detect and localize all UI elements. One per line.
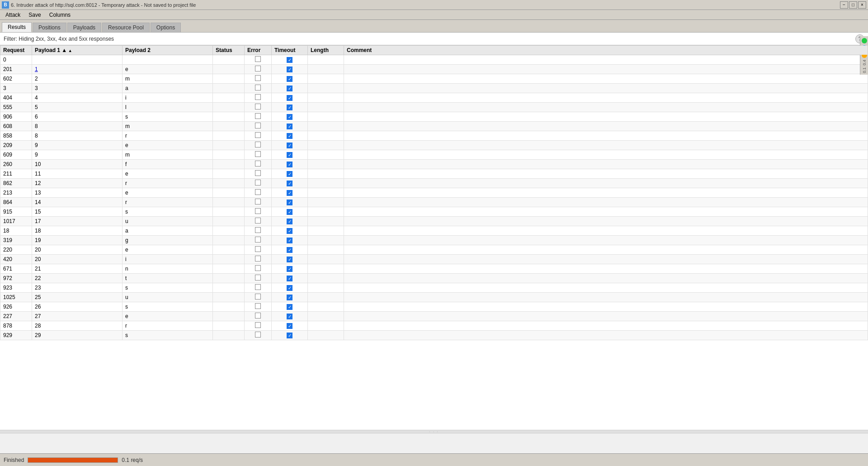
timeout-checkbox[interactable] — [287, 162, 292, 167]
error-checkbox[interactable] — [255, 256, 261, 262]
table-row[interactable]: 87828r — [0, 321, 868, 331]
error-checkbox[interactable] — [255, 208, 261, 214]
menu-columns[interactable]: Columns — [46, 11, 74, 19]
table-row[interactable]: 4044i — [0, 93, 868, 103]
timeout-checkbox[interactable] — [287, 143, 292, 148]
error-checkbox[interactable] — [255, 322, 261, 328]
table-row[interactable]: 0 — [0, 55, 868, 65]
table-row[interactable]: 6099m — [0, 150, 868, 160]
table-row[interactable]: 67121n — [0, 264, 868, 274]
tab-resource-pool[interactable]: Resource Pool — [102, 23, 150, 32]
table-row[interactable]: 31919g — [0, 236, 868, 245]
timeout-checkbox[interactable] — [287, 152, 292, 158]
table-row[interactable]: 92323s — [0, 283, 868, 293]
col-header-error[interactable]: Error — [245, 46, 272, 55]
timeout-checkbox[interactable] — [287, 86, 292, 91]
error-checkbox[interactable] — [255, 66, 261, 71]
timeout-checkbox[interactable] — [287, 247, 292, 253]
timeout-checkbox[interactable] — [287, 238, 292, 243]
timeout-checkbox[interactable] — [287, 295, 292, 300]
menu-attack[interactable]: Attack — [2, 11, 24, 19]
error-checkbox[interactable] — [255, 170, 261, 176]
timeout-checkbox[interactable] — [287, 276, 292, 281]
timeout-checkbox[interactable] — [287, 95, 292, 101]
timeout-checkbox[interactable] — [287, 181, 292, 186]
table-row[interactable]: 101717u — [0, 217, 868, 226]
error-checkbox[interactable] — [255, 142, 261, 147]
error-checkbox[interactable] — [255, 218, 261, 223]
error-checkbox[interactable] — [255, 265, 261, 271]
error-checkbox[interactable] — [255, 284, 261, 290]
error-checkbox[interactable] — [255, 56, 261, 62]
error-checkbox[interactable] — [255, 275, 261, 281]
error-checkbox[interactable] — [255, 246, 261, 252]
timeout-checkbox[interactable] — [287, 171, 292, 177]
table-row[interactable]: 92626s — [0, 302, 868, 312]
results-table-container[interactable]: Request Payload 1 ▲ Payload 2 Status Err… — [0, 45, 868, 430]
minimize-button[interactable]: − — [840, 1, 848, 9]
table-row[interactable]: 86414r — [0, 198, 868, 207]
timeout-checkbox[interactable] — [287, 67, 292, 72]
tab-payloads[interactable]: Payloads — [67, 23, 101, 32]
timeout-checkbox[interactable] — [287, 257, 292, 262]
error-checkbox[interactable] — [255, 313, 261, 319]
table-row[interactable]: 8588r — [0, 131, 868, 141]
timeout-checkbox[interactable] — [287, 76, 292, 82]
col-header-request[interactable]: Request — [0, 46, 32, 55]
table-row[interactable]: 6088m — [0, 122, 868, 131]
table-row[interactable]: 26010f — [0, 160, 868, 169]
resize-handle[interactable]: · · · — [0, 430, 868, 433]
table-row[interactable]: 86212r — [0, 179, 868, 188]
menu-save[interactable]: Save — [25, 11, 44, 19]
tab-options[interactable]: Options — [151, 23, 181, 32]
table-row[interactable]: 9066s — [0, 112, 868, 122]
restore-button[interactable]: □ — [849, 1, 857, 9]
error-checkbox[interactable] — [255, 104, 261, 109]
timeout-checkbox[interactable] — [287, 285, 292, 291]
timeout-checkbox[interactable] — [287, 57, 292, 63]
error-checkbox[interactable] — [255, 303, 261, 309]
error-checkbox[interactable] — [255, 123, 261, 128]
table-row[interactable]: 21313e — [0, 188, 868, 198]
timeout-checkbox[interactable] — [287, 200, 292, 205]
timeout-checkbox[interactable] — [287, 333, 292, 338]
error-checkbox[interactable] — [255, 180, 261, 185]
tab-positions[interactable]: Positions — [33, 23, 66, 32]
timeout-checkbox[interactable] — [287, 323, 292, 329]
error-checkbox[interactable] — [255, 189, 261, 195]
timeout-checkbox[interactable] — [287, 304, 292, 310]
error-checkbox[interactable] — [255, 294, 261, 300]
error-checkbox[interactable] — [255, 332, 261, 338]
timeout-checkbox[interactable] — [287, 266, 292, 272]
table-row[interactable]: 33a — [0, 84, 868, 93]
error-checkbox[interactable] — [255, 85, 261, 90]
table-row[interactable]: 6022m — [0, 74, 868, 84]
payload1-link[interactable]: 1 — [35, 66, 38, 72]
col-header-status[interactable]: Status — [213, 46, 245, 55]
table-row[interactable]: 21111e — [0, 169, 868, 179]
table-row[interactable]: 102525u — [0, 293, 868, 302]
error-checkbox[interactable] — [255, 75, 261, 81]
col-header-payload1[interactable]: Payload 1 ▲ — [32, 46, 123, 55]
error-checkbox[interactable] — [255, 237, 261, 243]
timeout-checkbox[interactable] — [287, 105, 292, 110]
close-button[interactable]: × — [858, 1, 866, 9]
timeout-checkbox[interactable] — [287, 219, 292, 224]
col-header-length[interactable]: Length — [308, 46, 344, 55]
table-row[interactable]: 2011e — [0, 65, 868, 74]
timeout-checkbox[interactable] — [287, 124, 292, 129]
timeout-checkbox[interactable] — [287, 228, 292, 234]
tab-results[interactable]: Results — [2, 22, 32, 32]
table-row[interactable]: 97222t — [0, 274, 868, 283]
table-row[interactable]: 2099e — [0, 141, 868, 150]
table-row[interactable]: 42020i — [0, 255, 868, 264]
timeout-checkbox[interactable] — [287, 133, 292, 139]
error-checkbox[interactable] — [255, 199, 261, 204]
col-header-comment[interactable]: Comment — [344, 46, 868, 55]
table-row[interactable]: 22020e — [0, 245, 868, 255]
timeout-checkbox[interactable] — [287, 190, 292, 196]
error-checkbox[interactable] — [255, 151, 261, 157]
table-row[interactable]: 92929s — [0, 331, 868, 340]
error-checkbox[interactable] — [255, 94, 261, 100]
error-checkbox[interactable] — [255, 113, 261, 119]
